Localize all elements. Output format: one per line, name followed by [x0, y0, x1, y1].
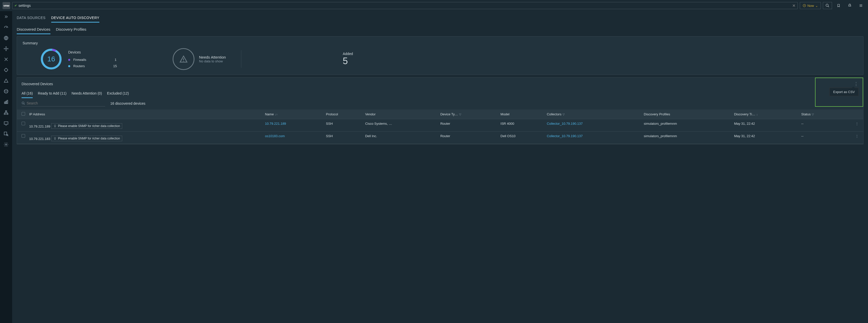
sidebar-monitor[interactable] — [3, 120, 9, 126]
sidebar-hierarchy[interactable] — [3, 110, 9, 116]
secondary-tabs: Discovered Devices Discovery Profiles — [17, 25, 863, 36]
svg-rect-27 — [4, 122, 8, 124]
col-collectors[interactable]: Collectors▽ — [545, 110, 642, 119]
cell-time: May 31, 22:42 — [732, 119, 799, 131]
legend-routers: Routers 15 — [68, 64, 117, 68]
export-csv-tooltip[interactable]: Export as CSV — [830, 88, 859, 96]
sidebar-expand-button[interactable] — [3, 14, 9, 20]
col-name[interactable]: Name↓↑ — [263, 110, 324, 119]
bookmark-icon — [837, 4, 840, 8]
tab-device-auto-discovery[interactable]: DEVICE AUTO DISCOVERY — [51, 16, 99, 23]
snmp-hint: Please enable SNMP for richer data colle… — [51, 123, 122, 129]
svg-point-9 — [6, 47, 6, 48]
device-name-link[interactable]: 10.79.221.189 — [265, 122, 286, 125]
bar-chart-icon — [4, 99, 9, 105]
network-icon — [4, 89, 9, 94]
cell-vendor: Cisco Systems, … — [363, 119, 438, 131]
now-label: Now — [807, 4, 814, 8]
search-button[interactable] — [823, 2, 832, 9]
row-actions-button[interactable]: ⋮ — [839, 119, 863, 131]
legend-label: Firewalls — [73, 58, 86, 62]
svg-line-6 — [6, 27, 7, 28]
dot-icon — [68, 65, 70, 67]
cell-ip: 10.79.221.183 Please enable SNMP for ric… — [27, 131, 263, 144]
gauge-icon — [4, 25, 9, 30]
col-time[interactable]: Discovery Ti…↓ — [732, 110, 799, 119]
col-profiles[interactable]: Discovery Profiles — [642, 110, 732, 119]
collector-link[interactable]: Collector_10.79.190.137 — [547, 122, 583, 125]
sidebar-network[interactable] — [3, 88, 9, 94]
sidebar-topology[interactable] — [3, 46, 9, 52]
cell-device-type: Router — [438, 119, 498, 131]
svg-rect-23 — [7, 100, 8, 104]
col-protocol[interactable]: Protocol — [324, 110, 363, 119]
notifications-button[interactable] — [845, 2, 854, 9]
clock-icon — [803, 4, 806, 7]
topbar: vmw ✔ ✕ Now ⌄ — [0, 0, 868, 11]
time-range-selector[interactable]: Now ⌄ — [800, 2, 821, 9]
select-all-checkbox[interactable] — [22, 112, 25, 116]
hamburger-menu-button[interactable] — [856, 2, 865, 9]
tab-discovery-profiles[interactable]: Discovery Profiles — [56, 27, 87, 34]
filter-tab-excluded[interactable]: Excluded (12) — [107, 91, 129, 98]
sort-icon: ↓↑ — [275, 113, 278, 116]
filter-icon[interactable]: ▽ — [562, 113, 564, 116]
table-title: Discovered Devices — [22, 82, 53, 86]
lightbulb-icon — [54, 137, 57, 140]
row-checkbox[interactable] — [22, 134, 25, 138]
summary-panel: Summary 16 Devices — [17, 36, 863, 75]
tab-discovered-devices[interactable]: Discovered Devices — [17, 27, 51, 34]
table-search[interactable] — [22, 100, 105, 107]
sidebar-analytics[interactable] — [3, 99, 9, 105]
row-checkbox[interactable] — [22, 122, 25, 125]
primary-tabs: DATA SOURCES DEVICE AUTO DISCOVERY — [17, 11, 863, 25]
sidebar-settings[interactable] — [3, 142, 9, 148]
svg-point-1 — [826, 4, 828, 6]
sidebar-inventory[interactable] — [3, 131, 9, 137]
attention-circle — [173, 48, 194, 70]
filter-tab-ready[interactable]: Ready to Add (11) — [38, 91, 66, 98]
col-vendor[interactable]: Vendor — [363, 110, 438, 119]
col-model[interactable]: Model — [498, 110, 545, 119]
filter-icon[interactable]: ▽ — [459, 113, 461, 116]
device-name-link[interactable]: os10183.com — [265, 134, 285, 138]
svg-point-8 — [6, 48, 7, 50]
bookmark-button[interactable] — [834, 2, 843, 9]
table-search-input[interactable] — [27, 101, 105, 105]
snmp-hint: Please enable SNMP for richer data colle… — [51, 136, 122, 141]
tab-data-sources[interactable]: DATA SOURCES — [17, 16, 45, 23]
sidebar-target[interactable] — [3, 67, 9, 73]
row-actions-button[interactable]: ⋮ — [839, 131, 863, 144]
divider — [241, 50, 241, 68]
table-actions-menu-button[interactable]: ⋮ — [854, 81, 859, 87]
sort-down-icon: ↓ — [756, 113, 758, 116]
sidebar-nav — [0, 11, 12, 323]
col-device-type[interactable]: Device Ty…▽ — [438, 110, 498, 119]
global-search-bar[interactable]: ✔ ✕ — [12, 2, 798, 9]
filter-tabs: All (16) Ready to Add (11) Needs Attenti… — [17, 90, 863, 98]
filter-tab-all[interactable]: All (16) — [22, 91, 33, 98]
filter-icon[interactable]: ▽ — [812, 113, 814, 116]
col-ip[interactable]: IP Address — [27, 110, 263, 119]
gear-icon — [4, 142, 9, 147]
cell-protocol: SSH — [324, 119, 363, 131]
col-status[interactable]: Status▽ — [799, 110, 839, 119]
hierarchy-icon — [4, 110, 9, 115]
cell-profile: simulators_profilemnm — [642, 119, 732, 131]
search-input[interactable] — [19, 4, 791, 8]
svg-rect-29 — [4, 132, 7, 135]
sidebar-alerts[interactable] — [3, 78, 9, 84]
clear-search-icon[interactable]: ✕ — [792, 3, 796, 8]
sidebar-tools[interactable] — [3, 56, 9, 62]
filter-tab-attention[interactable]: Needs Attention (0) — [71, 91, 102, 98]
table-row: 10.79.221.183 Please enable SNMP for ric… — [17, 131, 863, 144]
sidebar-globe[interactable] — [3, 35, 9, 41]
check-icon: ✔ — [14, 4, 17, 7]
sidebar-dashboard[interactable] — [3, 24, 9, 30]
inventory-search-icon — [4, 131, 9, 137]
device-total-count: 16 — [40, 48, 62, 70]
cell-vendor: Dell Inc. — [363, 131, 438, 144]
summary-title: Summary — [23, 41, 858, 45]
svg-point-18 — [4, 89, 8, 93]
collector-link[interactable]: Collector_10.79.190.137 — [547, 134, 583, 138]
